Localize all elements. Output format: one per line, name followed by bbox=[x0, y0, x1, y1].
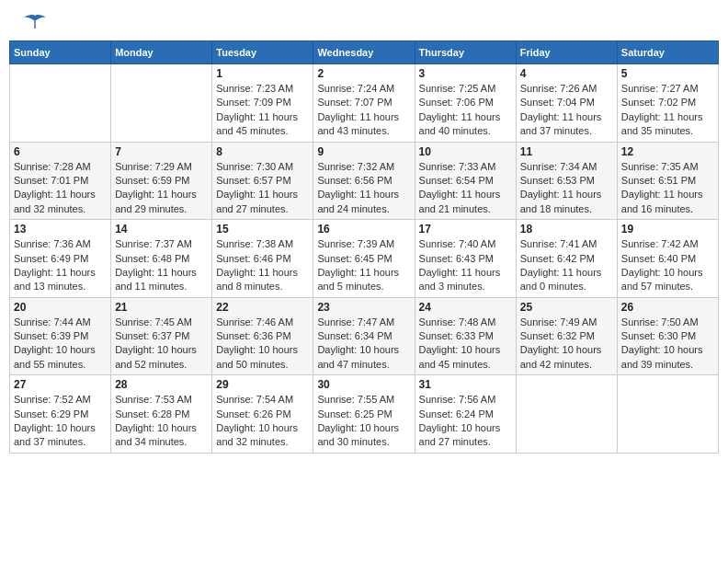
sunset-value: 7:04 PM bbox=[557, 97, 595, 108]
day-number: 2 bbox=[317, 67, 410, 80]
calendar-cell: 17 Sunrise: 7:40 AM Sunset: 6:43 PM Dayl… bbox=[415, 220, 516, 298]
weekday-header-thursday: Thursday bbox=[415, 41, 516, 64]
sunset-value: 6:59 PM bbox=[153, 175, 190, 186]
page-header bbox=[9, 9, 719, 31]
sunset-label: Sunset: bbox=[419, 175, 456, 186]
sunset-label: Sunset: bbox=[216, 253, 253, 264]
sunset-value: 7:06 PM bbox=[456, 97, 494, 108]
day-info: Sunrise: 7:41 AM Sunset: 6:42 PM Dayligh… bbox=[520, 237, 613, 294]
calendar-cell: 24 Sunrise: 7:48 AM Sunset: 6:33 PM Dayl… bbox=[415, 297, 516, 375]
day-number: 6 bbox=[14, 145, 107, 158]
calendar-cell: 15 Sunrise: 7:38 AM Sunset: 6:46 PM Dayl… bbox=[212, 220, 313, 298]
calendar-cell: 8 Sunrise: 7:30 AM Sunset: 6:57 PM Dayli… bbox=[212, 142, 313, 220]
sunrise-value: 7:56 AM bbox=[459, 394, 495, 405]
sunset-label: Sunset: bbox=[317, 408, 354, 419]
sunset-label: Sunset: bbox=[115, 175, 152, 186]
day-info: Sunrise: 7:53 AM Sunset: 6:28 PM Dayligh… bbox=[115, 393, 208, 450]
day-info: Sunrise: 7:27 AM Sunset: 7:02 PM Dayligh… bbox=[621, 82, 714, 139]
calendar-cell: 18 Sunrise: 7:41 AM Sunset: 6:42 PM Dayl… bbox=[516, 220, 617, 298]
sunrise-value: 7:55 AM bbox=[358, 394, 394, 405]
sunrise-value: 7:32 AM bbox=[358, 161, 394, 172]
day-info: Sunrise: 7:23 AM Sunset: 7:09 PM Dayligh… bbox=[216, 82, 309, 139]
daylight-label: Daylight: bbox=[14, 189, 56, 200]
daylight-label: Daylight: bbox=[216, 344, 258, 355]
day-number: 21 bbox=[115, 301, 208, 314]
sunset-label: Sunset: bbox=[115, 330, 152, 341]
sunset-value: 6:30 PM bbox=[658, 330, 696, 341]
daylight-label: Daylight: bbox=[14, 422, 56, 433]
sunset-value: 6:56 PM bbox=[355, 175, 392, 186]
daylight-label: Daylight: bbox=[216, 189, 258, 200]
daylight-label: Daylight: bbox=[621, 344, 664, 355]
weekday-header-tuesday: Tuesday bbox=[212, 41, 313, 64]
day-number: 19 bbox=[621, 223, 714, 236]
sunset-label: Sunset: bbox=[520, 330, 557, 341]
sunrise-label: Sunrise: bbox=[419, 83, 459, 94]
sunrise-value: 7:42 AM bbox=[661, 238, 698, 249]
day-number: 17 bbox=[419, 223, 512, 236]
daylight-label: Daylight: bbox=[419, 422, 461, 433]
sunrise-label: Sunrise: bbox=[621, 83, 661, 94]
day-info: Sunrise: 7:44 AM Sunset: 6:39 PM Dayligh… bbox=[14, 316, 107, 373]
calendar-cell: 26 Sunrise: 7:50 AM Sunset: 6:30 PM Dayl… bbox=[617, 297, 718, 375]
day-info: Sunrise: 7:56 AM Sunset: 6:24 PM Dayligh… bbox=[419, 393, 512, 450]
sunrise-label: Sunrise: bbox=[621, 238, 661, 249]
day-number: 3 bbox=[419, 67, 512, 80]
sunset-value: 6:37 PM bbox=[153, 330, 190, 341]
calendar-cell: 14 Sunrise: 7:37 AM Sunset: 6:48 PM Dayl… bbox=[111, 220, 212, 298]
day-info: Sunrise: 7:29 AM Sunset: 6:59 PM Dayligh… bbox=[115, 160, 208, 217]
sunset-value: 7:07 PM bbox=[355, 97, 392, 108]
calendar-cell: 31 Sunrise: 7:56 AM Sunset: 6:24 PM Dayl… bbox=[415, 375, 516, 454]
sunset-label: Sunset: bbox=[520, 253, 557, 264]
day-info: Sunrise: 7:52 AM Sunset: 6:29 PM Dayligh… bbox=[14, 393, 107, 450]
day-number: 30 bbox=[317, 378, 410, 391]
day-number: 7 bbox=[115, 145, 208, 158]
day-info: Sunrise: 7:40 AM Sunset: 6:43 PM Dayligh… bbox=[419, 237, 512, 294]
sunset-label: Sunset: bbox=[317, 97, 354, 108]
sunset-label: Sunset: bbox=[317, 175, 354, 186]
sunrise-label: Sunrise: bbox=[520, 83, 560, 94]
calendar-cell: 3 Sunrise: 7:25 AM Sunset: 7:06 PM Dayli… bbox=[415, 64, 516, 143]
day-number: 31 bbox=[419, 378, 512, 391]
daylight-label: Daylight: bbox=[216, 422, 258, 433]
sunrise-value: 7:28 AM bbox=[53, 161, 90, 172]
sunrise-value: 7:26 AM bbox=[560, 83, 597, 94]
sunset-value: 7:02 PM bbox=[658, 97, 696, 108]
day-number: 10 bbox=[419, 145, 512, 158]
sunset-label: Sunset: bbox=[621, 97, 658, 108]
day-number: 15 bbox=[216, 223, 309, 236]
day-info: Sunrise: 7:45 AM Sunset: 6:37 PM Dayligh… bbox=[115, 316, 208, 373]
day-number: 9 bbox=[317, 145, 410, 158]
daylight-label: Daylight: bbox=[621, 189, 664, 200]
daylight-label: Daylight: bbox=[520, 267, 563, 278]
sunset-value: 6:32 PM bbox=[557, 330, 595, 341]
calendar-week-1: 1 Sunrise: 7:23 AM Sunset: 7:09 PM Dayli… bbox=[10, 64, 719, 143]
sunrise-label: Sunrise: bbox=[419, 316, 459, 327]
sunrise-label: Sunrise: bbox=[317, 238, 357, 249]
sunrise-label: Sunrise: bbox=[621, 316, 661, 327]
daylight-label: Daylight: bbox=[621, 111, 664, 122]
daylight-label: Daylight: bbox=[419, 267, 461, 278]
calendar-cell: 5 Sunrise: 7:27 AM Sunset: 7:02 PM Dayli… bbox=[617, 64, 718, 143]
day-info: Sunrise: 7:55 AM Sunset: 6:25 PM Dayligh… bbox=[317, 393, 410, 450]
day-info: Sunrise: 7:33 AM Sunset: 6:54 PM Dayligh… bbox=[419, 160, 512, 217]
day-info: Sunrise: 7:47 AM Sunset: 6:34 PM Dayligh… bbox=[317, 316, 410, 373]
daylight-label: Daylight: bbox=[520, 189, 563, 200]
day-info: Sunrise: 7:34 AM Sunset: 6:53 PM Dayligh… bbox=[520, 160, 613, 217]
day-info: Sunrise: 7:48 AM Sunset: 6:33 PM Dayligh… bbox=[419, 316, 512, 373]
day-number: 1 bbox=[216, 67, 309, 80]
calendar-cell bbox=[516, 375, 617, 454]
calendar-cell: 11 Sunrise: 7:34 AM Sunset: 6:53 PM Dayl… bbox=[516, 142, 617, 220]
daylight-label: Daylight: bbox=[14, 267, 56, 278]
sunset-label: Sunset: bbox=[216, 408, 253, 419]
weekday-header-saturday: Saturday bbox=[617, 41, 718, 64]
sunset-label: Sunset: bbox=[115, 253, 152, 264]
sunset-label: Sunset: bbox=[419, 97, 456, 108]
daylight-label: Daylight: bbox=[621, 267, 664, 278]
sunset-label: Sunset: bbox=[14, 408, 51, 419]
sunrise-value: 7:30 AM bbox=[256, 161, 293, 172]
daylight-label: Daylight: bbox=[317, 111, 359, 122]
day-number: 11 bbox=[520, 145, 613, 158]
logo-bird-icon bbox=[22, 14, 48, 30]
sunrise-value: 7:41 AM bbox=[560, 238, 597, 249]
